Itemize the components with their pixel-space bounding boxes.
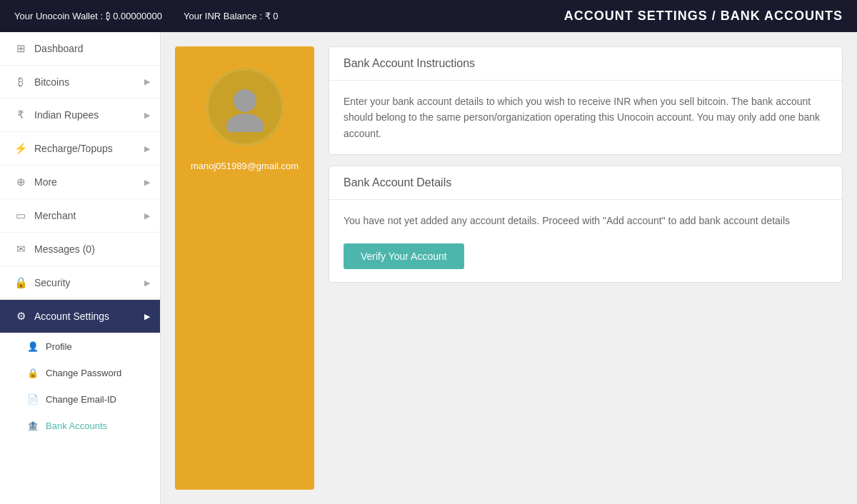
avatar-icon <box>220 82 270 132</box>
instructions-card-body: Enter your bank account details to which… <box>329 81 842 154</box>
sidebar-item-change-password[interactable]: 🔒 Change Password <box>0 360 160 386</box>
sidebar-item-profile[interactable]: 👤 Profile <box>0 333 160 360</box>
sidebar-item-dashboard[interactable]: ⊞ Dashboard <box>0 32 160 66</box>
sidebar-item-messages[interactable]: ✉ Messages (0) <box>0 233 160 266</box>
sidebar-item-bitcoins[interactable]: ₿ Bitcoins ▶ <box>0 66 160 99</box>
details-card-title: Bank Account Details <box>329 166 842 200</box>
password-lock-icon: 🔒 <box>27 368 39 378</box>
sidebar-label-bitcoins: Bitcoins <box>34 76 69 88</box>
lock-icon: 🔒 <box>14 276 27 289</box>
avatar <box>206 68 284 146</box>
chevron-right-icon: ▶ <box>144 111 150 120</box>
lightning-icon: ⚡ <box>14 142 27 155</box>
chevron-right-icon: ▶ <box>144 211 150 221</box>
sidebar-item-change-email[interactable]: 📄 Change Email-ID <box>0 386 160 413</box>
page-breadcrumb: ACCOUNT SETTINGS / BANK ACCOUNTS <box>564 9 843 24</box>
gear-icon: ⚙ <box>14 310 27 323</box>
sidebar-item-recharge-topups[interactable]: ⚡ Recharge/Topups ▶ <box>0 132 160 166</box>
chevron-right-icon: ▶ <box>144 144 150 153</box>
sidebar-label-dashboard: Dashboard <box>34 43 84 54</box>
sidebar-item-security[interactable]: 🔒 Security ▶ <box>0 266 160 300</box>
svg-point-1 <box>226 114 264 132</box>
dashboard-icon: ⊞ <box>14 42 27 55</box>
sidebar-label-security: Security <box>34 277 71 288</box>
sidebar-label-merchant: Merchant <box>34 210 76 221</box>
chevron-right-icon: ▶ <box>144 312 150 321</box>
wallet-balance: Your Unocoin Wallet : ₿ 0.00000000 <box>14 11 162 21</box>
instructions-card-title: Bank Account Instructions <box>329 47 842 81</box>
sidebar-label-recharge: Recharge/Topups <box>34 143 113 154</box>
profile-icon: 👤 <box>27 341 39 352</box>
sidebar-label-account-settings: Account Settings <box>34 311 109 322</box>
plus-icon: ⊕ <box>14 176 27 188</box>
chevron-right-icon: ▶ <box>144 77 150 86</box>
profile-email: manoj051989@gmail.com <box>191 161 299 171</box>
details-card-body: You have not yet added any account detai… <box>329 200 842 281</box>
sidebar-label-change-password: Change Password <box>46 368 121 378</box>
bank-icon: 🏦 <box>27 420 39 431</box>
verify-account-button[interactable]: Verify Your Account <box>344 243 464 269</box>
details-card: Bank Account Details You have not yet ad… <box>329 166 843 282</box>
sidebar-item-indian-rupees[interactable]: ₹ Indian Rupees ▶ <box>0 99 160 132</box>
sidebar: ⊞ Dashboard ₿ Bitcoins ▶ ₹ Indian Rupees… <box>0 32 161 504</box>
sidebar-item-merchant[interactable]: ▭ Merchant ▶ <box>0 199 160 233</box>
main-panel: Bank Account Instructions Enter your ban… <box>329 46 843 490</box>
merchant-icon: ▭ <box>14 209 27 222</box>
instructions-card: Bank Account Instructions Enter your ban… <box>329 46 843 155</box>
bitcoin-icon: ₿ <box>14 76 27 88</box>
header: Your Unocoin Wallet : ₿ 0.00000000 Your … <box>0 0 857 32</box>
mail-icon: ✉ <box>14 243 27 256</box>
main-layout: ⊞ Dashboard ₿ Bitcoins ▶ ₹ Indian Rupees… <box>0 32 857 504</box>
sidebar-label-change-email: Change Email-ID <box>46 394 116 405</box>
sidebar-label-more: More <box>34 176 57 188</box>
sidebar-item-bank-accounts[interactable]: 🏦 Bank Accounts <box>0 413 160 439</box>
header-left: Your Unocoin Wallet : ₿ 0.00000000 Your … <box>14 11 279 21</box>
sidebar-label-bank-accounts: Bank Accounts <box>46 420 107 431</box>
profile-card: manoj051989@gmail.com <box>175 46 314 490</box>
chevron-right-icon: ▶ <box>144 178 150 187</box>
inr-balance: Your INR Balance : ₹ 0 <box>184 11 279 21</box>
content-area: manoj051989@gmail.com Bank Account Instr… <box>161 32 857 504</box>
no-account-text: You have not yet added any account detai… <box>344 215 790 226</box>
chevron-right-icon: ▶ <box>144 278 150 288</box>
rupee-icon: ₹ <box>14 109 27 121</box>
svg-point-0 <box>234 89 256 112</box>
sidebar-label-profile: Profile <box>46 341 72 352</box>
sidebar-item-account-settings[interactable]: ⚙ Account Settings ▶ <box>0 300 160 333</box>
sidebar-label-messages: Messages (0) <box>34 243 95 255</box>
email-icon: 📄 <box>27 394 39 405</box>
sidebar-item-more[interactable]: ⊕ More ▶ <box>0 166 160 199</box>
sidebar-label-indian-rupees: Indian Rupees <box>34 109 99 121</box>
